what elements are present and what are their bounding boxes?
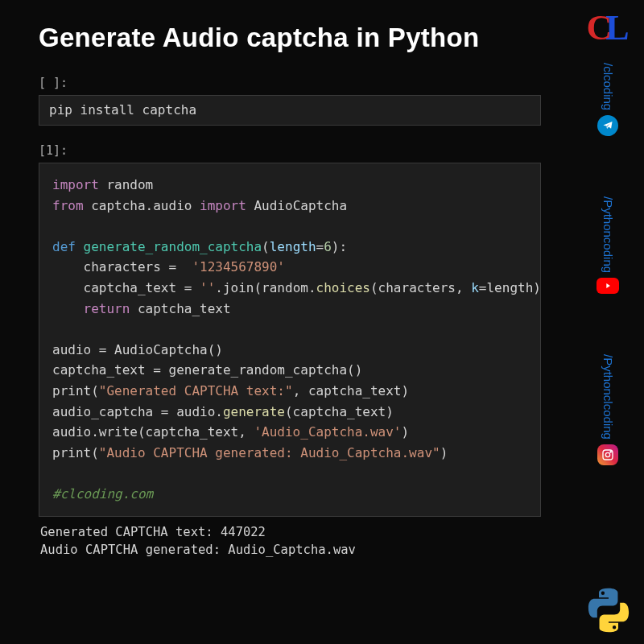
code-token: import: [52, 177, 99, 192]
code-token: captcha.audio: [84, 198, 200, 213]
code-cell-0[interactable]: pip install captcha: [39, 95, 541, 126]
code-token: =: [316, 239, 324, 254]
code-token: audio_captcha = audio.: [52, 404, 223, 419]
code-token: generate_random_captcha: [84, 239, 262, 254]
code-token: AudioCaptcha: [246, 198, 347, 213]
social-handle: /Pythoncoding: [601, 196, 615, 273]
code-token: random: [99, 177, 153, 192]
python-logo-icon: [584, 586, 633, 634]
code-token: "Audio CAPTCHA generated: Audio_Captcha.…: [99, 445, 440, 460]
code-token: (characters,: [370, 280, 471, 295]
code-token: print(: [52, 383, 99, 398]
code-token: , captcha_text): [293, 383, 410, 398]
code-token: characters =: [52, 259, 192, 275]
code-line: pip install captcha: [49, 102, 196, 118]
code-token: (: [262, 239, 270, 254]
cell-prompt-1: [1]:: [39, 143, 541, 158]
telegram-icon: [597, 115, 618, 136]
code-token: audio.write(captcha_text,: [52, 424, 254, 440]
code-token: .join(random.: [215, 280, 316, 295]
code-token: =length)): [479, 280, 541, 295]
code-token: from: [52, 198, 84, 213]
svg-point-2: [610, 452, 611, 452]
code-token: 'Audio_Captcha.wav': [254, 424, 401, 440]
code-token: length: [270, 239, 316, 254]
code-token: print(: [52, 445, 99, 460]
code-token: return: [84, 301, 130, 316]
code-token: ): [440, 445, 448, 460]
social-youtube[interactable]: /Pythoncoding: [597, 196, 619, 294]
code-token: captcha_text =: [52, 280, 200, 295]
youtube-icon: [597, 278, 619, 294]
social-telegram[interactable]: /clcoding: [597, 63, 618, 136]
code-token: "Generated CAPTCHA text:": [99, 383, 293, 398]
code-token: [52, 301, 84, 316]
social-sidebar: C L /clcoding /Pythoncoding /Pythonclcod…: [580, 8, 636, 636]
code-token: import: [200, 198, 246, 213]
code-token: '': [200, 280, 215, 295]
instagram-icon: [597, 444, 618, 465]
code-token: audio = AudioCaptcha(): [52, 342, 223, 357]
cell-prompt-0: [ ]:: [39, 76, 541, 90]
code-token: '1234567890': [192, 259, 285, 275]
code-token: choices: [316, 280, 370, 295]
code-token: (captcha_text): [285, 404, 394, 419]
cell-output: Generated CAPTCHA text: 447022 Audio CAP…: [39, 517, 541, 566]
social-handle: /clcoding: [601, 63, 615, 110]
page-title: Generate Audio captcha in Python: [39, 23, 541, 53]
brand-logo: C L: [584, 8, 632, 47]
code-token: generate: [223, 404, 285, 419]
code-token: k: [471, 280, 479, 295]
social-handle: /Pythonclcoding: [601, 354, 615, 440]
code-token: 6: [324, 239, 332, 254]
code-token: ): [401, 424, 409, 440]
code-token: captcha_text: [130, 301, 230, 316]
code-token: def: [52, 239, 84, 254]
logo-letter-l: L: [605, 7, 629, 48]
svg-point-1: [605, 453, 609, 457]
social-instagram[interactable]: /Pythonclcoding: [597, 354, 618, 465]
code-comment: #clcoding.com: [52, 486, 153, 502]
code-cell-1[interactable]: import random from captcha.audio import …: [39, 163, 541, 517]
code-token: captcha_text = generate_random_captcha(): [52, 362, 362, 378]
code-token: ):: [332, 239, 347, 254]
